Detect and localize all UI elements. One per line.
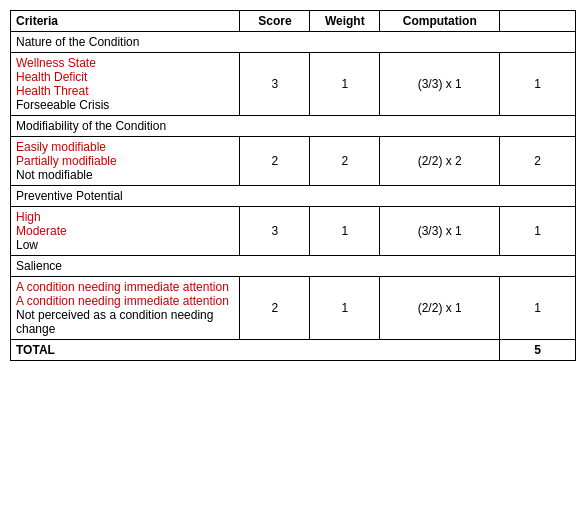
computation-cell: (3/3) x 1 xyxy=(380,207,500,256)
header-weight: Weight xyxy=(310,11,380,32)
score-cell: 3 xyxy=(240,207,310,256)
result-cell: 1 xyxy=(500,277,576,340)
criteria-cell: Easily modifiablePartially modifiableNot… xyxy=(11,137,240,186)
criteria-item: Wellness State xyxy=(16,56,234,70)
criteria-item: Low xyxy=(16,238,234,252)
computation-cell: (3/3) x 1 xyxy=(380,53,500,116)
criteria-item: A condition needing immediate attention xyxy=(16,294,234,308)
section-header-row: Modifiability of the Condition xyxy=(11,116,576,137)
criteria-item: Moderate xyxy=(16,224,234,238)
result-cell: 1 xyxy=(500,53,576,116)
result-cell: 2 xyxy=(500,137,576,186)
criteria-cell: HighModerateLow xyxy=(11,207,240,256)
criteria-item: Partially modifiable xyxy=(16,154,234,168)
criteria-item: Not modifiable xyxy=(16,168,234,182)
criteria-cell: A condition needing immediate attentionA… xyxy=(11,277,240,340)
criteria-item: Forseeable Crisis xyxy=(16,98,234,112)
score-cell: 2 xyxy=(240,277,310,340)
header-score: Score xyxy=(240,11,310,32)
criteria-item: Easily modifiable xyxy=(16,140,234,154)
data-row: A condition needing immediate attentionA… xyxy=(11,277,576,340)
total-label: TOTAL xyxy=(11,340,500,361)
data-row: HighModerateLow31(3/3) x 11 xyxy=(11,207,576,256)
section-header-label: Nature of the Condition xyxy=(11,32,576,53)
score-cell: 3 xyxy=(240,53,310,116)
section-header-row: Preventive Potential xyxy=(11,186,576,207)
result-cell: 1 xyxy=(500,207,576,256)
criteria-item: Not perceived as a condition needing cha… xyxy=(16,308,234,336)
criteria-item: High xyxy=(16,210,234,224)
weight-cell: 1 xyxy=(310,53,380,116)
section-header-label: Salience xyxy=(11,256,576,277)
computation-cell: (2/2) x 2 xyxy=(380,137,500,186)
score-cell: 2 xyxy=(240,137,310,186)
weight-cell: 2 xyxy=(310,137,380,186)
data-row: Easily modifiablePartially modifiableNot… xyxy=(11,137,576,186)
weight-cell: 1 xyxy=(310,277,380,340)
total-result: 5 xyxy=(500,340,576,361)
header-criteria: Criteria xyxy=(11,11,240,32)
header-result xyxy=(500,11,576,32)
weight-cell: 1 xyxy=(310,207,380,256)
criteria-cell: Wellness StateHealth DeficitHealth Threa… xyxy=(11,53,240,116)
section-header-label: Preventive Potential xyxy=(11,186,576,207)
section-header-row: Nature of the Condition xyxy=(11,32,576,53)
header-computation: Computation xyxy=(380,11,500,32)
criteria-item: Health Deficit xyxy=(16,70,234,84)
data-row: Wellness StateHealth DeficitHealth Threa… xyxy=(11,53,576,116)
section-header-label: Modifiability of the Condition xyxy=(11,116,576,137)
criteria-item: Health Threat xyxy=(16,84,234,98)
total-row: TOTAL5 xyxy=(11,340,576,361)
section-header-row: Salience xyxy=(11,256,576,277)
computation-cell: (2/2) x 1 xyxy=(380,277,500,340)
criteria-item: A condition needing immediate attention xyxy=(16,280,234,294)
